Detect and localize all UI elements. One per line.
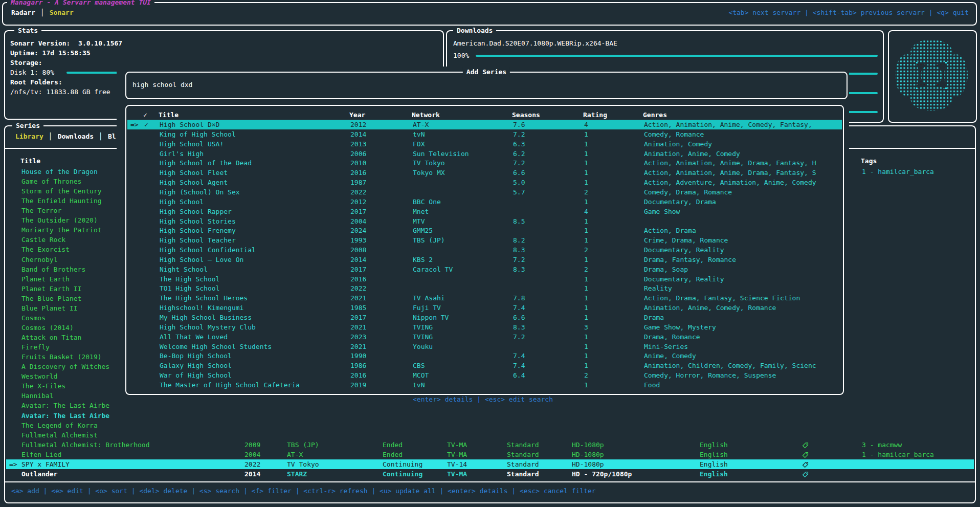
series-title-cell: The Outsider (2020) [21, 215, 98, 225]
result-genres-cell: Animation, Children, Comedy, Family, Sci… [644, 361, 816, 370]
result-genres-cell: Comedy, Drama, Romance [644, 187, 732, 197]
result-year-cell: 1987 [350, 178, 366, 187]
result-seasons-cell: 7.2 [513, 158, 525, 168]
series-row[interactable]: =>SPY x FAMILY2022TV TokyoContinuingTV-1… [6, 459, 974, 469]
search-result-row[interactable]: Galaxy High School1986CBS7.41Animation, … [127, 361, 842, 370]
result-rating-cell: 1 [584, 351, 588, 361]
result-title-cell: Girl's High [160, 149, 204, 159]
series-row[interactable]: Outlander2014STARZContinuingTV-MAStandar… [6, 469, 974, 479]
add-series-modal-title: Add Series [463, 67, 510, 77]
search-result-row[interactable]: High School Teacher1993TBS (JP)8.21Crime… [127, 235, 842, 245]
series-search-input[interactable]: high school dxd [132, 80, 192, 90]
search-result-row[interactable]: High School Frenemy2024GMM251Action, Dra… [127, 226, 842, 235]
search-result-row[interactable]: Highschool! Kimengumi1985Fuji TV7.41Anim… [127, 303, 842, 313]
search-result-row[interactable]: Be-Bop High School19907.41Anime, Comedy [127, 351, 842, 361]
result-genres-cell: Action, Animation, Anime, Drama, Fantasy… [644, 168, 816, 178]
result-network-cell: KBS 2 [413, 255, 433, 264]
search-result-row[interactable]: High School Fleet2016Tokyo MX6.61Action,… [127, 168, 842, 178]
result-genres-cell: Reality [644, 283, 672, 293]
result-seasons-cell: 7.4 [513, 351, 525, 361]
search-result-row[interactable]: King of High School2014tvN7.21Comedy, Ro… [127, 129, 842, 139]
result-year-cell: 2021 [350, 293, 366, 303]
result-seasons-cell: 6.3 [513, 139, 525, 149]
download-item-progress-label: 100% [453, 51, 469, 60]
series-title-cell: Cosmos (2014) [21, 323, 74, 333]
result-genres-cell: Anime, Comedy [644, 351, 696, 361]
series-title-cell: Avatar: The Last Airbe [21, 411, 109, 421]
result-year-cell: 2010 [350, 158, 366, 168]
series-quality-cell: HD-1080p [572, 440, 604, 450]
series-profile-cell: Standard [507, 440, 539, 450]
search-result-row[interactable]: High School Mystery Club2021TVING8.33Gam… [127, 322, 842, 332]
result-rating-cell: 4 [584, 120, 588, 129]
result-genres-cell: Action, Drama, Fantasy, Science Fiction [644, 293, 800, 303]
search-result-row[interactable]: High School Confidential20088.32Document… [127, 245, 842, 255]
search-result-row[interactable]: The Master of High School Cafeteria2019t… [127, 380, 842, 390]
result-seasons-cell: 8.3 [513, 245, 525, 255]
search-result-row[interactable]: High School Stories2004MTV8.51 [127, 216, 842, 226]
result-genres-cell: Comedy, Romance [644, 129, 704, 139]
search-result-row[interactable]: Welcome High School Students2021Youku1Mi… [127, 342, 842, 351]
result-seasons-cell: 7.2 [513, 332, 525, 342]
result-title-cell: Night School [160, 264, 208, 274]
series-profile-cell: Standard [507, 450, 539, 459]
series-status-cell: Ended [383, 440, 403, 450]
search-result-row[interactable]: The High School Heroes2021TV Asahi7.81Ac… [127, 293, 842, 303]
series-row[interactable]: Avatar: The Last Airbe [6, 411, 974, 421]
search-result-row[interactable]: =>✓High School D×D2012AT-X7.64Action, An… [127, 120, 842, 129]
result-genres-cell: Action, Adventure, Animation, Anime, Com… [644, 178, 816, 187]
result-title-cell: Highschool! Kimengumi [160, 303, 243, 313]
series-year-cell: 2004 [244, 450, 260, 459]
series-year-cell: 2022 [244, 459, 260, 469]
search-result-row[interactable]: High School USA!2013FOX6.31Animation, Co… [127, 139, 842, 149]
search-result-row[interactable]: High School2012BBC One1Documentary, Dram… [127, 197, 842, 207]
series-row[interactable]: Elfen Lied2004AT-XEndedTV-MAStandardHD-1… [6, 450, 974, 459]
download-item-name: American.Dad.S20E07.1080p.WEBRip.x264-BA… [453, 38, 617, 48]
result-rating-cell: 1 [584, 235, 588, 245]
search-result-row[interactable]: Night School2017Caracol TV8.32Drama, Soa… [127, 264, 842, 274]
result-seasons-cell: 5.0 [513, 178, 525, 187]
stats-line: Disk 1: 80% [10, 68, 54, 77]
series-row[interactable]: The Legend of Korra [6, 421, 974, 430]
result-network-cell: FOX [413, 139, 425, 149]
result-seasons-cell: 6.2 [513, 149, 525, 159]
search-result-row[interactable]: War of High School2016MCOT6.42Comedy, Ho… [127, 370, 842, 380]
search-result-row[interactable]: All That We Loved2023TVING7.21Drama, Rom… [127, 332, 842, 342]
result-title-cell: Be-Bop High School [160, 351, 232, 361]
search-result-row[interactable]: Girl's High2006Sun Television6.21Animati… [127, 149, 842, 159]
search-result-row[interactable]: High School – Love On2014KBS 27.21Drama,… [127, 255, 842, 264]
search-result-row[interactable]: My High School Business2017Nippon TV6.61… [127, 313, 842, 322]
result-rating-cell: 1 [584, 226, 588, 235]
series-title-cell: Chernobyl [21, 255, 57, 264]
result-network-cell: GMM25 [413, 226, 433, 235]
result-network-cell: tvN [413, 129, 425, 139]
result-genres-cell: Drama, Fantasy, Romance [644, 255, 736, 264]
selection-marker: => [9, 459, 17, 469]
result-genres-cell: Drama, Soap [644, 264, 688, 274]
result-year-cell: 2008 [350, 245, 366, 255]
result-title-cell: All That We Loved [160, 332, 228, 342]
search-result-row[interactable]: High School Agent19875.01Action, Adventu… [127, 178, 842, 187]
series-title-cell: The Exorcist [21, 245, 70, 254]
result-seasons-cell: 7.6 [513, 120, 525, 129]
series-row[interactable]: Fullmetal Alchemist [6, 430, 974, 440]
servarr-tabs: Radarr│Sonarr [11, 8, 74, 17]
tab-sonarr[interactable]: Sonarr [50, 9, 74, 16]
series-status-cell: Continuing [383, 459, 422, 469]
result-year-cell: 1993 [350, 235, 366, 245]
search-result-row[interactable]: TO1 High School20221Reality [127, 283, 842, 293]
search-result-row[interactable]: High School Rapper2017Mnet4Game Show [127, 207, 842, 216]
search-result-row[interactable]: High (School) On Sex20225.72Comedy, Dram… [127, 187, 842, 197]
tab-radarr[interactable]: Radarr [11, 9, 35, 16]
series-title-cell: Blue Planet II [21, 303, 78, 313]
search-result-row[interactable]: High School of the Dead2010TV Tokyo7.21A… [127, 158, 842, 168]
tab-separator: │ [35, 9, 50, 16]
result-rating-cell: 1 [584, 139, 588, 149]
modal-footer-keybinds: <enter> details | <esc> edit search [117, 394, 849, 404]
search-result-row[interactable]: The High School20161Documentary, Reality [127, 274, 842, 284]
result-network-cell: Sun Television [413, 149, 469, 159]
result-rating-cell: 1 [584, 361, 588, 370]
series-quality-cell: HD-1080p [572, 450, 604, 459]
series-row[interactable]: Fullmetal Alchemist: Brotherhood2009TBS … [6, 440, 974, 450]
result-rating-cell: 3 [584, 322, 588, 332]
